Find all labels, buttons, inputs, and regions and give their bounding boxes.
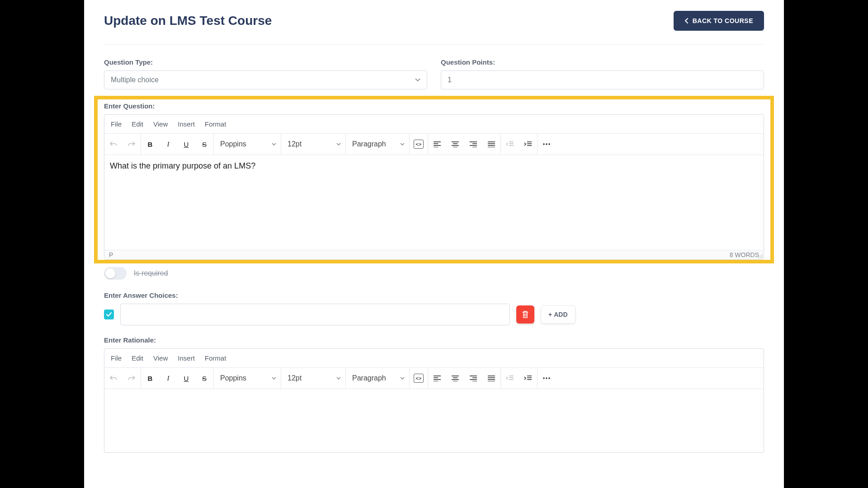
question-editor-body[interactable]: What is the primary purpose of an LMS?: [104, 155, 764, 250]
question-editor: File Edit View Insert Format B I U: [104, 114, 764, 260]
question-points-label: Question Points:: [441, 58, 764, 66]
menu-format[interactable]: Format: [205, 120, 226, 128]
svg-point-1: [546, 143, 547, 145]
question-type-label: Question Type:: [104, 58, 427, 66]
font-family-select[interactable]: Poppins: [214, 134, 281, 155]
question-points-value: 1: [448, 76, 452, 84]
rationale-label: Enter Rationale:: [104, 336, 764, 344]
add-button-label: ADD: [554, 311, 567, 318]
more-button[interactable]: [538, 134, 556, 155]
underline-button[interactable]: U: [177, 134, 195, 155]
redo-button[interactable]: [123, 368, 141, 389]
menu-view[interactable]: View: [153, 354, 168, 362]
svg-point-4: [546, 377, 547, 379]
add-answer-button[interactable]: + ADD: [541, 305, 576, 324]
answer-correct-checkbox[interactable]: [104, 310, 114, 319]
resize-handle-icon[interactable]: [758, 254, 763, 258]
undo-button[interactable]: [104, 368, 123, 389]
rationale-editor-body[interactable]: [104, 389, 764, 452]
page-title: Update on LMS Test Course: [104, 14, 272, 28]
editor-toolbar: B I U S Poppins 12pt: [104, 134, 764, 155]
indent-button[interactable]: [519, 134, 537, 155]
enter-question-label: Enter Question:: [104, 102, 764, 110]
question-text: What is the primary purpose of an LMS?: [110, 161, 255, 170]
align-right-button[interactable]: [464, 368, 482, 389]
outdent-button[interactable]: [501, 368, 519, 389]
undo-button[interactable]: [104, 134, 123, 155]
svg-point-5: [548, 377, 550, 379]
chevron-down-icon: [415, 78, 420, 82]
align-center-button[interactable]: [446, 134, 464, 155]
font-family-select[interactable]: Poppins: [214, 368, 281, 389]
back-to-course-button[interactable]: BACK TO COURSE: [674, 11, 764, 31]
strikethrough-button[interactable]: S: [195, 134, 213, 155]
editor-statusbar: P 8 WORDS: [104, 250, 764, 259]
font-size-select[interactable]: 12pt: [281, 134, 345, 155]
menu-insert[interactable]: Insert: [178, 120, 195, 128]
bold-button[interactable]: B: [141, 134, 159, 155]
code-button[interactable]: <>: [410, 134, 428, 155]
editor-menubar: File Edit View Insert Format: [104, 115, 764, 134]
is-required-label: Is required: [134, 269, 168, 277]
font-size-select[interactable]: 12pt: [281, 368, 345, 389]
menu-edit[interactable]: Edit: [132, 120, 143, 128]
strikethrough-button[interactable]: S: [195, 368, 213, 389]
menu-format[interactable]: Format: [205, 354, 226, 362]
block-format-select[interactable]: Paragraph: [346, 134, 409, 155]
italic-button[interactable]: I: [159, 368, 177, 389]
menu-file[interactable]: File: [111, 120, 122, 128]
redo-button[interactable]: [123, 134, 141, 155]
outdent-button[interactable]: [501, 134, 519, 155]
align-left-button[interactable]: [428, 134, 446, 155]
align-justify-button[interactable]: [482, 134, 500, 155]
bold-button[interactable]: B: [141, 368, 159, 389]
underline-button[interactable]: U: [177, 368, 195, 389]
menu-view[interactable]: View: [153, 120, 168, 128]
indent-button[interactable]: [519, 368, 537, 389]
italic-button[interactable]: I: [159, 134, 177, 155]
code-button[interactable]: <>: [410, 368, 428, 389]
delete-answer-button[interactable]: [516, 305, 534, 324]
rationale-editor: File Edit View Insert Format B I U S: [104, 348, 764, 453]
menu-insert[interactable]: Insert: [178, 354, 195, 362]
menu-edit[interactable]: Edit: [132, 354, 143, 362]
align-center-button[interactable]: [446, 368, 464, 389]
question-type-value: Multiple choice: [111, 76, 159, 84]
rationale-menubar: File Edit View Insert Format: [104, 349, 764, 368]
svg-point-0: [543, 143, 544, 145]
block-format-select[interactable]: Paragraph: [346, 368, 409, 389]
rationale-toolbar: B I U S Poppins 12pt: [104, 368, 764, 389]
back-button-label: BACK TO COURSE: [693, 17, 753, 24]
question-points-input[interactable]: 1: [441, 70, 764, 89]
plus-icon: +: [548, 311, 552, 318]
answer-choice-input[interactable]: [120, 304, 510, 325]
word-count: 8 WORDS: [730, 251, 759, 258]
align-left-button[interactable]: [428, 368, 446, 389]
align-right-button[interactable]: [464, 134, 482, 155]
svg-point-2: [548, 143, 550, 145]
more-button[interactable]: [538, 368, 556, 389]
answer-choices-label: Enter Answer Choices:: [104, 291, 764, 299]
chevron-left-icon: [684, 18, 689, 24]
align-justify-button[interactable]: [482, 368, 500, 389]
highlighted-region: Enter Question: File Edit View Insert Fo…: [94, 96, 774, 263]
question-type-select[interactable]: Multiple choice: [104, 70, 427, 89]
status-path: P: [109, 251, 113, 258]
is-required-toggle[interactable]: [104, 267, 127, 280]
menu-file[interactable]: File: [111, 354, 122, 362]
svg-point-3: [543, 377, 544, 379]
